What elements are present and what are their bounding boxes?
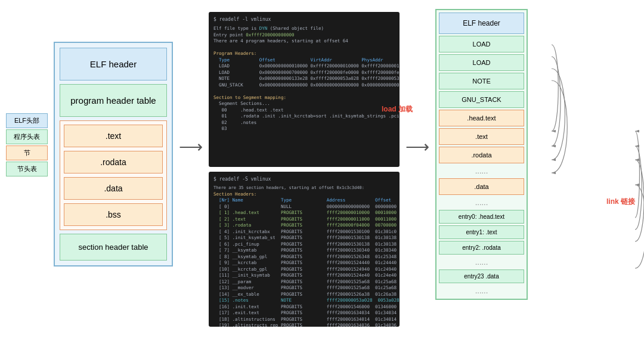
right-entry23: entry23 .data bbox=[439, 269, 524, 283]
terminal1: $ readelf -l vmlinux Elf file type is DY… bbox=[209, 12, 400, 167]
right-load1: LOAD bbox=[439, 36, 524, 52]
section-rodata: .rodata bbox=[64, 151, 163, 173]
sidebar-item-section-header: 节头表 bbox=[6, 162, 48, 176]
section-header-box: section header table bbox=[60, 234, 167, 261]
right-dots3: ...... bbox=[439, 256, 524, 268]
section-data: .data bbox=[64, 177, 163, 200]
sidebar: ELF头部 程序头表 节 节头表 bbox=[6, 113, 48, 176]
elf-file-view: ELF header LOAD LOAD NOTE GNU_STACK .hea… bbox=[435, 9, 528, 300]
right-dots2: ...... bbox=[439, 197, 524, 208]
right-gnu-stack: GNU_STACK bbox=[439, 91, 524, 108]
section-text: .text bbox=[64, 125, 163, 147]
right-head-text: .head.text bbox=[439, 110, 524, 126]
right-dots1: ...... bbox=[439, 165, 524, 176]
right-elf-header: ELF header bbox=[439, 13, 524, 34]
right-entry2: entry2: .rodata bbox=[439, 241, 524, 255]
link-label: link 链接 bbox=[606, 197, 635, 207]
terminal2: $ readelf -S vmlinux There are 35 sectio… bbox=[209, 172, 400, 327]
section-bss: .bss bbox=[64, 203, 163, 226]
right-load2: LOAD bbox=[439, 54, 524, 71]
elf-header-box: ELF header bbox=[60, 48, 167, 80]
right-note: NOTE bbox=[439, 73, 524, 89]
sidebar-item-elf-head: ELF头部 bbox=[6, 113, 48, 128]
right-entry0: entry0: .head.text bbox=[439, 210, 524, 224]
elf-diagram: ELF header program header table .text .r… bbox=[54, 42, 173, 266]
arrow1: ⟶ bbox=[179, 137, 203, 157]
right-dots4: ...... bbox=[439, 285, 524, 296]
terminals-container: $ readelf -l vmlinux Elf file type is DY… bbox=[209, 12, 400, 327]
right-entry1: entry1: .text bbox=[439, 225, 524, 239]
sections-container: .text .rodata .data .bss bbox=[60, 120, 167, 230]
sidebar-item-section: 节 bbox=[6, 145, 48, 160]
terminal1-title: $ readelf -l vmlinux bbox=[213, 17, 395, 22]
program-header-box: program header table bbox=[60, 84, 167, 117]
terminal2-title: $ readelf -S vmlinux bbox=[213, 176, 395, 182]
load-label: load 加载 bbox=[382, 104, 413, 114]
right-text: .text bbox=[439, 128, 524, 145]
sidebar-item-program-header: 程序头表 bbox=[6, 129, 48, 144]
right-data: .data bbox=[439, 178, 524, 195]
arrow2: ⟶ bbox=[405, 137, 429, 157]
right-rodata: .rodata bbox=[439, 147, 524, 163]
